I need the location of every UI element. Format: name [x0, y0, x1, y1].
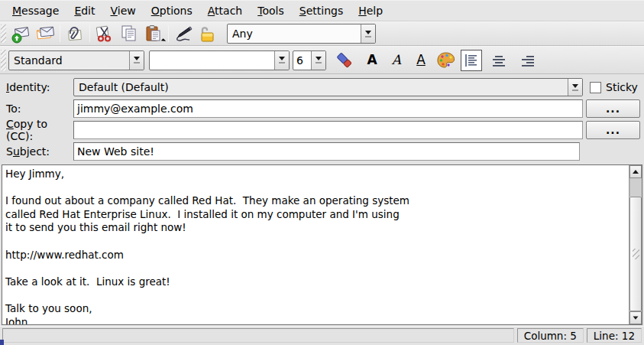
- toolbar-main: Any: [0, 21, 644, 46]
- text-color-button[interactable]: [433, 50, 458, 71]
- eraser-icon: [335, 50, 354, 70]
- menu-attach[interactable]: Attach: [200, 2, 250, 19]
- toolbar-separator: [60, 25, 60, 42]
- copy-icon: [119, 24, 139, 44]
- menu-message[interactable]: Message: [5, 2, 66, 19]
- menu-edit[interactable]: Edit: [66, 2, 102, 19]
- scroll-down-button[interactable]: [629, 311, 642, 324]
- cc-label: Copy to (CC):: [6, 118, 73, 142]
- arrow-down-icon: [633, 316, 639, 319]
- message-body-editor: Hey Jimmy, I found out about a company c…: [2, 164, 642, 325]
- copy-button[interactable]: [117, 23, 141, 44]
- subject-input[interactable]: New Web site!: [73, 142, 580, 161]
- font-size-value: 6: [293, 51, 311, 70]
- to-input[interactable]: jimmy@example.com: [73, 99, 583, 118]
- subject-value: New Web site!: [77, 145, 154, 158]
- chevron-down-icon: [279, 57, 285, 60]
- send-mail-icon: [11, 24, 31, 44]
- menu-view[interactable]: View: [103, 2, 144, 19]
- menu-options[interactable]: Options: [144, 2, 200, 19]
- cut-icon: [95, 24, 115, 44]
- sign-button[interactable]: [171, 23, 196, 44]
- cut-button[interactable]: [92, 23, 117, 44]
- identity-dropdown-button[interactable]: [568, 79, 582, 96]
- identity-dropdown[interactable]: Default (Default): [73, 78, 583, 96]
- chevron-down-icon: [316, 57, 322, 60]
- font-family-button[interactable]: [274, 51, 289, 70]
- menu-tools[interactable]: Tools: [250, 2, 292, 19]
- italic-button[interactable]: A: [384, 50, 409, 71]
- queue-mail-button[interactable]: [33, 23, 57, 44]
- scrollbar-trough[interactable]: [629, 178, 642, 197]
- menu-settings[interactable]: Settings: [292, 2, 351, 19]
- queue-mail-icon: [35, 24, 55, 44]
- menu-help[interactable]: Help: [351, 2, 390, 19]
- align-right-button[interactable]: [516, 50, 540, 71]
- arrow-up-icon: [633, 170, 639, 174]
- to-address-picker-button[interactable]: ...: [586, 99, 640, 118]
- attach-file-icon: [65, 24, 85, 44]
- toolbar-separator: [168, 25, 169, 42]
- scroll-up-button[interactable]: [629, 165, 642, 178]
- paragraph-style-button[interactable]: [129, 51, 144, 70]
- paragraph-style-value: Standard: [9, 51, 129, 70]
- identity-value: Default (Default): [74, 79, 568, 96]
- underline-icon: A: [416, 54, 426, 67]
- to-label: To:: [6, 103, 73, 115]
- status-line-panel: Line: 12: [587, 328, 642, 343]
- identity-row: Identity: Default (Default) Sticky: [0, 76, 644, 98]
- vertical-scrollbar[interactable]: [629, 165, 642, 324]
- font-family-value: [150, 51, 274, 70]
- chevron-down-icon: [365, 31, 371, 34]
- window-corner-accent: [0, 340, 4, 345]
- align-center-icon: [491, 53, 506, 68]
- underline-button[interactable]: A: [409, 50, 433, 71]
- font-family-dropdown[interactable]: [149, 50, 290, 70]
- bold-icon: A: [367, 54, 377, 67]
- encrypt-button[interactable]: [196, 23, 220, 44]
- chevron-down-icon: [134, 57, 140, 60]
- send-mail-button[interactable]: [8, 23, 33, 44]
- palette-icon: [435, 50, 456, 70]
- identity-label: Identity:: [6, 81, 73, 93]
- message-headers: Identity: Default (Default) Sticky To: j…: [0, 74, 644, 164]
- sign-pen-icon: [173, 24, 193, 44]
- remove-format-button[interactable]: [332, 50, 357, 71]
- subject-label: Subject:: [6, 145, 73, 158]
- font-size-dropdown[interactable]: 6: [293, 50, 326, 70]
- statusbar: Column: 5 Line: 12: [0, 326, 644, 345]
- align-left-button[interactable]: [461, 50, 482, 71]
- sticky-label: Sticky: [606, 81, 638, 93]
- scrollbar-thumb[interactable]: [629, 197, 642, 311]
- security-dropdown-button[interactable]: [361, 24, 375, 43]
- align-left-icon: [464, 53, 479, 68]
- toolbar-format: Standard 6 A A A: [0, 46, 644, 74]
- sticky-checkbox[interactable]: [590, 82, 601, 93]
- cc-address-picker-button[interactable]: ...: [586, 121, 640, 139]
- paste-button[interactable]: [141, 23, 166, 44]
- status-column-panel: Column: 5: [517, 328, 584, 343]
- security-dropdown-value: Any: [228, 24, 361, 43]
- font-size-button[interactable]: [311, 51, 325, 70]
- paragraph-style-dropdown[interactable]: Standard: [8, 50, 144, 70]
- cc-input[interactable]: [73, 121, 583, 139]
- toolbar-grip[interactable]: [1, 50, 6, 71]
- compose-window: Message Edit View Options Attach Tools S…: [0, 0, 644, 345]
- align-center-button[interactable]: [487, 50, 511, 71]
- bold-button[interactable]: A: [360, 50, 384, 71]
- status-message-panel: [2, 328, 514, 343]
- toolbar-grip[interactable]: [1, 24, 6, 43]
- subject-row: Subject: New Web site!: [0, 141, 644, 162]
- attach-file-button[interactable]: [63, 23, 87, 44]
- thumb-grip: [633, 249, 639, 259]
- sticky-option: Sticky: [590, 81, 638, 93]
- menubar: Message Edit View Options Attach Tools S…: [0, 1, 644, 21]
- security-dropdown[interactable]: Any: [227, 24, 376, 44]
- chevron-down-icon: [572, 84, 578, 88]
- italic-icon: A: [392, 54, 401, 67]
- align-right-icon: [520, 53, 536, 68]
- toolbar-separator: [89, 25, 90, 42]
- to-value: jimmy@example.com: [77, 103, 193, 115]
- message-body-text[interactable]: Hey Jimmy, I found out about a company c…: [2, 165, 629, 324]
- encrypt-lock-icon: [198, 24, 218, 44]
